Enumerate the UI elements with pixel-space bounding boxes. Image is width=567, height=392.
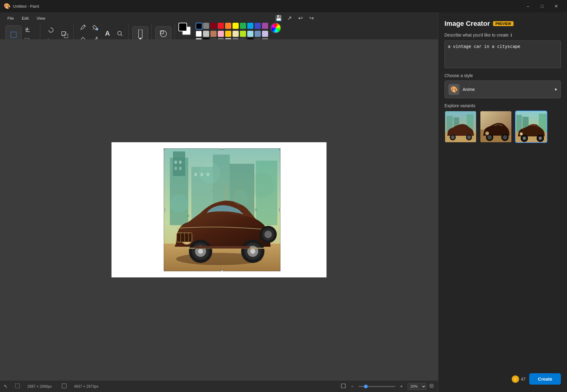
svg-point-79 xyxy=(539,137,542,139)
redo-button[interactable]: ↪ xyxy=(307,13,317,23)
foreground-colour[interactable] xyxy=(178,23,187,31)
colour-dot-0-8[interactable] xyxy=(255,23,261,29)
zoom-slider[interactable] xyxy=(358,386,395,387)
main-canvas-area[interactable] xyxy=(0,39,438,380)
share-button[interactable]: ↗ xyxy=(285,13,295,23)
svg-rect-41 xyxy=(194,246,250,249)
zoom-select[interactable]: 5% 10% 20% 25% 50% 75% 100% 200% xyxy=(408,383,426,390)
svg-point-76 xyxy=(523,137,526,139)
svg-point-67 xyxy=(503,135,507,139)
svg-point-4 xyxy=(96,28,98,30)
ic-variants-label: Explore variants xyxy=(444,103,561,108)
colour-dot-1-0[interactable] xyxy=(196,31,202,37)
image-resize-button[interactable] xyxy=(59,29,70,40)
magnifier-button[interactable] xyxy=(114,28,125,39)
vintage-car-svg xyxy=(164,148,280,271)
crop-button[interactable] xyxy=(23,25,34,36)
colour-picker-button[interactable] xyxy=(271,23,281,33)
ic-style-select[interactable]: 🎨 Anime ▾ xyxy=(444,80,561,98)
svg-rect-6 xyxy=(139,29,142,38)
ic-style-icon: 🎨 xyxy=(448,84,459,95)
zoom-fit-icon[interactable] xyxy=(429,383,434,390)
save-button[interactable]: 💾 xyxy=(274,13,284,23)
handle-tr[interactable] xyxy=(279,148,280,150)
colour-dot-0-3[interactable] xyxy=(218,23,224,29)
ic-style-value: Anime xyxy=(463,87,475,92)
menu-view[interactable]: View xyxy=(33,15,49,22)
handle-mr[interactable] xyxy=(279,209,280,211)
fill-button[interactable] xyxy=(90,22,101,33)
canvas-dimensions: 4937 × 2973px xyxy=(74,384,99,389)
zoom-out-button[interactable]: − xyxy=(349,383,356,390)
colour-dot-1-2[interactable] xyxy=(210,31,217,37)
ic-prompt-input[interactable]: a vintage car in a cityscape xyxy=(444,41,561,68)
handle-tl[interactable] xyxy=(164,148,165,150)
ic-variants-row xyxy=(444,111,561,143)
colour-dot-1-1[interactable] xyxy=(203,31,209,37)
selection-dimensions: 2687 × 2666px xyxy=(27,384,52,389)
fit-screen-icon[interactable] xyxy=(341,383,346,390)
handle-tc[interactable] xyxy=(221,148,223,150)
canvas-icon xyxy=(62,383,67,389)
svg-point-65 xyxy=(487,135,492,139)
title-bar-controls: – □ ✕ xyxy=(521,1,563,11)
status-right: − + 5% 10% 20% 25% 50% 75% 100% 200% xyxy=(341,383,434,390)
colour-dot-0-9[interactable] xyxy=(262,23,268,29)
text-button[interactable]: A xyxy=(102,28,113,39)
colour-dot-0-2[interactable] xyxy=(210,23,217,29)
svg-point-5 xyxy=(118,31,121,35)
ic-info-icon[interactable]: ℹ xyxy=(510,33,512,37)
svg-point-50 xyxy=(187,215,190,217)
colour-dot-1-9[interactable] xyxy=(262,31,268,37)
handle-bc[interactable] xyxy=(221,270,223,271)
svg-point-60 xyxy=(451,135,455,139)
colour-dot-1-6[interactable] xyxy=(240,31,246,37)
svg-point-49 xyxy=(233,190,248,205)
handle-ml[interactable] xyxy=(164,209,165,211)
colour-palette-row2 xyxy=(196,31,269,37)
colour-dot-1-7[interactable] xyxy=(247,31,253,37)
zoom-in-button[interactable]: + xyxy=(398,383,405,390)
svg-rect-82 xyxy=(62,384,66,388)
svg-point-47 xyxy=(250,173,274,198)
title-bar: 🎨 Untitled - Paint – □ ✕ xyxy=(0,0,567,12)
colour-dot-1-8[interactable] xyxy=(255,31,261,37)
colour-dot-0-7[interactable] xyxy=(247,23,253,29)
menu-edit[interactable]: Edit xyxy=(18,15,32,22)
ic-preview-badge: PREVIEW xyxy=(493,21,514,26)
svg-rect-0 xyxy=(11,32,16,37)
minimize-button[interactable]: – xyxy=(521,1,535,11)
svg-rect-37 xyxy=(177,233,192,242)
maximize-button[interactable]: □ xyxy=(535,1,549,11)
variant-2[interactable] xyxy=(480,111,512,143)
svg-point-61 xyxy=(467,135,471,139)
ic-footer: ⚡ 47 Create xyxy=(444,373,561,385)
colour-dot-0-1[interactable] xyxy=(203,23,209,29)
image-rotate-button[interactable] xyxy=(45,25,57,36)
vintage-car-image xyxy=(164,148,280,271)
menu-file[interactable]: File xyxy=(4,15,18,22)
colour-dot-0-4[interactable] xyxy=(225,23,231,29)
close-button[interactable]: ✕ xyxy=(549,1,563,11)
colour-dot-1-3[interactable] xyxy=(218,31,224,37)
variant-1[interactable] xyxy=(444,111,477,143)
colour-palette-row1 xyxy=(196,23,269,29)
svg-rect-81 xyxy=(15,384,20,388)
colour-dot-0-0[interactable] xyxy=(196,23,202,29)
colour-dot-0-5[interactable] xyxy=(233,23,239,29)
zoom-thumb[interactable] xyxy=(364,385,368,388)
pencil-button[interactable] xyxy=(77,22,88,33)
handle-bl[interactable] xyxy=(164,270,165,271)
title-bar-title: Untitled - Paint xyxy=(13,4,39,9)
colour-dot-1-4[interactable] xyxy=(225,31,231,37)
ic-create-button[interactable]: Create xyxy=(529,373,561,385)
svg-point-32 xyxy=(198,249,203,254)
handle-br[interactable] xyxy=(279,270,280,271)
colour-dot-0-6[interactable] xyxy=(240,23,246,29)
variant-3[interactable] xyxy=(515,111,547,143)
undo-button[interactable]: ↩ xyxy=(296,13,306,23)
ic-title: Image Creator xyxy=(444,20,490,28)
colour-dot-1-5[interactable] xyxy=(233,31,239,37)
ic-style-chevron-icon: ▾ xyxy=(555,87,557,92)
svg-point-48 xyxy=(199,162,221,184)
